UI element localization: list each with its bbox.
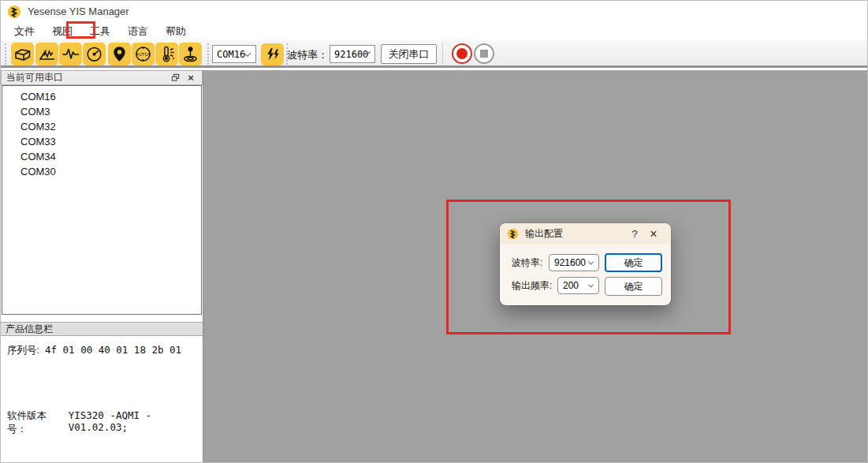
baud-rate-value: 921600 bbox=[334, 49, 368, 60]
float-panel-icon bbox=[171, 73, 180, 82]
menu-item-language[interactable]: 语言 bbox=[122, 22, 154, 41]
port-list-item[interactable]: COM33 bbox=[2, 134, 201, 149]
ports-panel-header: 当前可用串口 × bbox=[1, 70, 203, 85]
toolbar: UTC COM16 bbox=[1, 40, 867, 68]
dialog-baud-label: 波特率: bbox=[512, 256, 542, 270]
toolbar-separator bbox=[442, 43, 443, 65]
location-pin-icon bbox=[110, 44, 129, 64]
dialog-close-button[interactable]: × bbox=[643, 227, 664, 241]
serial-number-row: 序列号: 4f 01 00 40 01 18 2b 01 bbox=[7, 344, 181, 357]
available-ports-list: COM16 COM3 COM32 COM33 COM34 COM30 bbox=[2, 85, 202, 315]
dialog-help-button[interactable]: ? bbox=[626, 228, 643, 240]
stop-button[interactable] bbox=[474, 43, 494, 64]
dialog-freq-label: 输出频率: bbox=[512, 279, 552, 293]
utc-clock-button[interactable]: UTC bbox=[132, 43, 155, 65]
angle-wave-icon bbox=[37, 44, 57, 64]
port-list-item[interactable]: COM30 bbox=[2, 164, 201, 179]
svg-text:UTC: UTC bbox=[138, 51, 148, 57]
output-config-dialog: 输出配置 ? × 波特率: 921600 确定 输出频率: 200 确定 bbox=[500, 223, 671, 305]
cube-3d-button[interactable] bbox=[11, 43, 34, 65]
dialog-logo-icon bbox=[507, 228, 519, 240]
menu-item-view[interactable]: 视图 bbox=[47, 22, 78, 41]
dialog-baud-value: 921600 bbox=[554, 257, 586, 268]
close-serial-port-button[interactable]: 关闭串口 bbox=[381, 44, 437, 64]
dialog-freq-ok-button[interactable]: 确定 bbox=[605, 277, 662, 296]
waveform-button[interactable] bbox=[59, 43, 82, 65]
serial-number-value: 4f 01 00 40 01 18 2b 01 bbox=[45, 344, 181, 356]
title-bar: Yesense YIS Manager bbox=[1, 1, 867, 22]
dialog-title: 输出配置 bbox=[525, 227, 626, 241]
gauge-button[interactable] bbox=[83, 43, 106, 65]
close-panel-button[interactable]: × bbox=[184, 72, 197, 84]
menu-item-tools[interactable]: 工具 bbox=[84, 22, 116, 41]
dialog-freq-value: 200 bbox=[563, 280, 579, 291]
refresh-ports-button[interactable] bbox=[261, 43, 284, 65]
location-button[interactable] bbox=[108, 43, 131, 65]
temperature-button[interactable] bbox=[155, 43, 178, 65]
double-lightning-icon bbox=[264, 46, 281, 63]
dialog-freq-select[interactable]: 200 bbox=[557, 277, 599, 294]
dialog-baud-select[interactable]: 921600 bbox=[549, 254, 599, 271]
port-list-item[interactable]: COM16 bbox=[2, 89, 201, 104]
stop-icon bbox=[480, 50, 488, 58]
menu-bar: 文件 视图 工具 语言 帮助 bbox=[1, 22, 867, 40]
waveform-icon bbox=[61, 44, 80, 64]
port-list-item[interactable]: COM3 bbox=[2, 104, 201, 119]
dialog-title-bar: 输出配置 ? × bbox=[500, 223, 671, 245]
left-dock-panel: 当前可用串口 × COM16 COM3 COM32 COM33 COM34 CO… bbox=[1, 70, 203, 462]
cube-3d-icon bbox=[13, 44, 32, 64]
software-version-value: YIS320 -AQMI -V01.02.03; bbox=[69, 409, 203, 433]
port-select[interactable]: COM16 bbox=[212, 45, 256, 63]
app-window: Yesense YIS Manager 文件 视图 工具 语言 帮助 bbox=[0, 0, 868, 463]
menu-item-file[interactable]: 文件 bbox=[9, 22, 40, 41]
record-icon bbox=[456, 48, 468, 59]
port-list-item[interactable]: COM34 bbox=[2, 149, 201, 164]
port-select-value: COM16 bbox=[217, 49, 245, 60]
chevron-down-icon bbox=[588, 259, 594, 264]
baud-rate-select[interactable]: 921600 bbox=[330, 45, 375, 63]
baud-rate-label: 波特率： bbox=[287, 48, 328, 62]
dialog-baud-ok-button[interactable]: 确定 bbox=[605, 253, 662, 272]
product-info-title: 产品信息栏 bbox=[6, 323, 53, 336]
angle-wave-button[interactable] bbox=[35, 43, 58, 65]
joystick-button[interactable] bbox=[179, 43, 202, 65]
joystick-icon bbox=[181, 44, 200, 64]
toolbar-drag-handle[interactable] bbox=[5, 43, 7, 65]
menu-item-help[interactable]: 帮助 bbox=[160, 22, 192, 41]
record-button[interactable] bbox=[452, 43, 472, 64]
ports-panel-title: 当前可用串口 bbox=[6, 71, 166, 84]
product-info-header: 产品信息栏 bbox=[1, 322, 203, 336]
software-version-row: 软件版本号： YIS320 -AQMI -V01.02.03; bbox=[7, 409, 203, 436]
software-version-label: 软件版本号： bbox=[7, 409, 63, 436]
gauge-icon bbox=[84, 44, 104, 64]
serial-number-label: 序列号: bbox=[7, 344, 39, 357]
app-logo-icon bbox=[7, 5, 21, 19]
port-list-item[interactable]: COM32 bbox=[2, 119, 201, 134]
temperature-icon bbox=[157, 44, 177, 64]
window-title: Yesense YIS Manager bbox=[28, 6, 129, 17]
chevron-down-icon bbox=[588, 282, 594, 287]
toolbar-drag-handle[interactable] bbox=[207, 43, 210, 65]
utc-clock-icon: UTC bbox=[133, 44, 153, 64]
float-panel-button[interactable] bbox=[169, 72, 181, 84]
